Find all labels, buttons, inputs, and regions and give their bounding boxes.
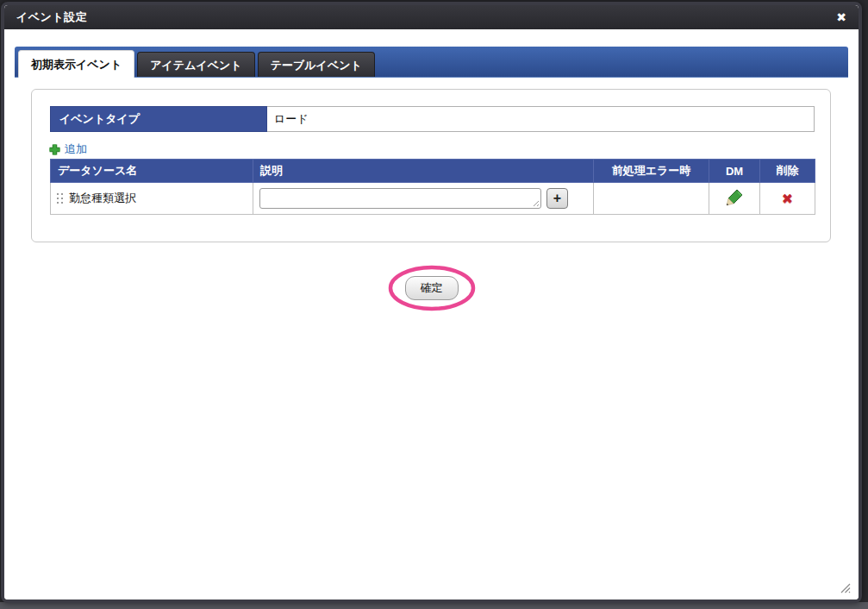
tab-bar: 初期表示イベント アイテムイベント テーブルイベント	[15, 47, 848, 78]
tab-table-event[interactable]: テーブルイベント	[258, 52, 375, 77]
drag-handle-icon[interactable]	[57, 192, 63, 205]
dialog-content: 初期表示イベント アイテムイベント テーブルイベント イベントタイプ ロード 追…	[4, 29, 859, 600]
description-add-button[interactable]: +	[546, 188, 568, 209]
pencil-icon	[726, 188, 744, 206]
confirm-area: 確定	[4, 262, 859, 314]
tab-item-event[interactable]: アイテムイベント	[137, 52, 254, 77]
header-description: 説明	[253, 160, 594, 183]
datasource-table: データソース名 説明 前処理エラー時 DM 削除	[50, 159, 815, 215]
event-type-value: ロード	[267, 106, 815, 132]
event-type-row: イベントタイプ ロード	[50, 106, 815, 132]
plus-icon	[48, 143, 61, 156]
background-strip	[0, 602, 868, 609]
header-dm: DM	[709, 160, 760, 183]
table-header-row: データソース名 説明 前処理エラー時 DM 削除	[51, 160, 815, 183]
tab-initial-display-event[interactable]: 初期表示イベント	[18, 50, 134, 78]
add-link-label: 追加	[65, 141, 87, 157]
description-textarea[interactable]	[259, 188, 541, 209]
table-row: 勤怠種類選択 +	[51, 183, 815, 215]
confirm-button[interactable]: 確定	[405, 276, 459, 300]
resize-grip-icon	[838, 581, 852, 594]
tab-content-panel: イベントタイプ ロード 追加 データソース名 説明 前処理エラー時 DM 削除	[31, 89, 831, 242]
header-pre-error: 前処理エラー時	[594, 160, 709, 183]
close-icon[interactable]: ✖	[836, 11, 846, 23]
add-datasource-link[interactable]: 追加	[48, 141, 87, 157]
header-datasource-name: データソース名	[51, 160, 253, 183]
datasource-name: 勤怠種類選択	[69, 191, 136, 206]
event-type-label: イベントタイプ	[50, 106, 267, 132]
delete-button[interactable]: ✖	[782, 191, 793, 206]
event-settings-dialog: イベント設定 ✖ 初期表示イベント アイテムイベント テーブルイベント イベント…	[1, 2, 862, 603]
dialog-resize-handle[interactable]	[838, 581, 852, 594]
pre-error-cell	[594, 183, 709, 215]
dm-edit-button[interactable]	[726, 188, 744, 206]
dialog-title: イベント設定	[16, 9, 87, 25]
screen: { "dialog": { "title": "イベント設定", "close_…	[0, 0, 868, 609]
dialog-title-bar: イベント設定 ✖	[4, 5, 859, 29]
header-delete: 削除	[760, 160, 815, 183]
